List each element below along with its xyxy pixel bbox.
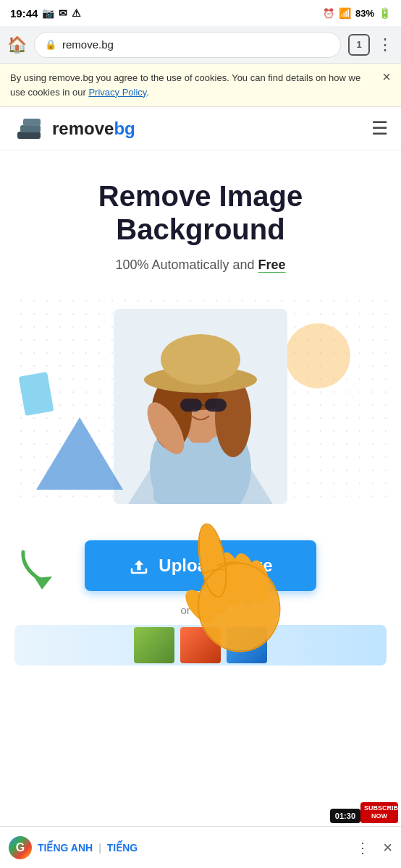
- status-right: ⏰ 📶 83% 🔋: [323, 7, 391, 19]
- lock-icon: 🔒: [45, 39, 56, 50]
- upload-image-button[interactable]: Upload Image: [85, 540, 316, 591]
- address-bar: 🏠 🔒 remove.bg 1 ⋮: [0, 26, 401, 64]
- upload-icon: [128, 555, 150, 576]
- svg-rect-14: [180, 399, 202, 412]
- camera-icon: 📷: [42, 7, 54, 19]
- browser-menu-button[interactable]: ⋮: [377, 35, 394, 54]
- hero-subtitle: 100% Automatically and Free: [14, 258, 387, 273]
- url-text: remove.bg: [62, 38, 114, 51]
- battery-icon: 🔋: [379, 7, 391, 19]
- timer-badge: 01:30: [330, 809, 360, 823]
- sample-images-strip: [14, 625, 387, 665]
- subscribe-badge: SUBSCRIBE NOW: [360, 802, 398, 823]
- cookie-banner: By using remove.bg you agree to the use …: [0, 64, 401, 107]
- svg-rect-0: [17, 132, 41, 139]
- upload-button-label: Upload Image: [159, 556, 272, 576]
- svg-rect-2: [23, 119, 41, 126]
- main-content: Remove Image Background 100% Automatical…: [0, 150, 401, 540]
- translate-more-button[interactable]: ⋮: [355, 839, 370, 856]
- status-left: 19:44 📷 ✉ ⚠: [10, 7, 81, 20]
- svg-marker-18: [35, 576, 52, 590]
- free-label: Free: [258, 258, 286, 272]
- translate-close-button[interactable]: ×: [383, 838, 392, 857]
- cookie-close-button[interactable]: ×: [382, 69, 391, 84]
- demo-area: [14, 294, 387, 504]
- blue-triangle-decoration: [36, 417, 123, 490]
- battery-percent: 83%: [355, 8, 374, 19]
- sample-image-2: [180, 627, 221, 663]
- wifi-icon: 📶: [339, 7, 351, 19]
- sample-image-1: [134, 627, 174, 663]
- cookie-text: By using remove.bg you agree to the use …: [10, 71, 375, 99]
- alarm-icon: ⏰: [323, 8, 334, 19]
- logo-icon: [13, 113, 45, 145]
- warning-icon: ⚠: [72, 7, 81, 19]
- message-icon: ✉: [59, 7, 67, 19]
- language-option-2[interactable]: TIẾNG: [107, 842, 138, 854]
- orange-circle-decoration: [285, 323, 350, 388]
- language-option-1[interactable]: TIẾNG ANH: [38, 842, 93, 854]
- demo-image: [114, 309, 287, 504]
- svg-rect-6: [153, 439, 233, 504]
- navbar: removebg ☰: [0, 107, 401, 150]
- arrow-decoration: [16, 545, 68, 594]
- svg-rect-1: [20, 125, 41, 132]
- home-button[interactable]: 🏠: [7, 35, 27, 54]
- status-bar: 19:44 📷 ✉ ⚠ ⏰ 📶 83% 🔋: [0, 0, 401, 26]
- upload-section: Upload Image or try on: [0, 540, 401, 680]
- translate-separator: |: [98, 842, 101, 854]
- svg-point-13: [161, 334, 240, 385]
- google-translate-icon: G: [9, 836, 32, 859]
- hero-title: Remove Image Background: [14, 179, 387, 246]
- translate-bar: G TIẾNG ANH | TIẾNG ⋮ ×: [0, 826, 401, 868]
- logo[interactable]: removebg: [13, 113, 135, 145]
- svg-rect-15: [205, 399, 227, 412]
- status-time: 19:44: [10, 7, 38, 20]
- hamburger-menu-button[interactable]: ☰: [371, 117, 388, 140]
- url-bar[interactable]: 🔒 remove.bg: [34, 32, 341, 58]
- tab-count-button[interactable]: 1: [348, 34, 370, 56]
- privacy-policy-link[interactable]: Privacy Policy: [88, 87, 146, 98]
- sample-image-3: [227, 627, 267, 663]
- or-text: or try on: [180, 604, 220, 616]
- logo-text: removebg: [52, 119, 135, 139]
